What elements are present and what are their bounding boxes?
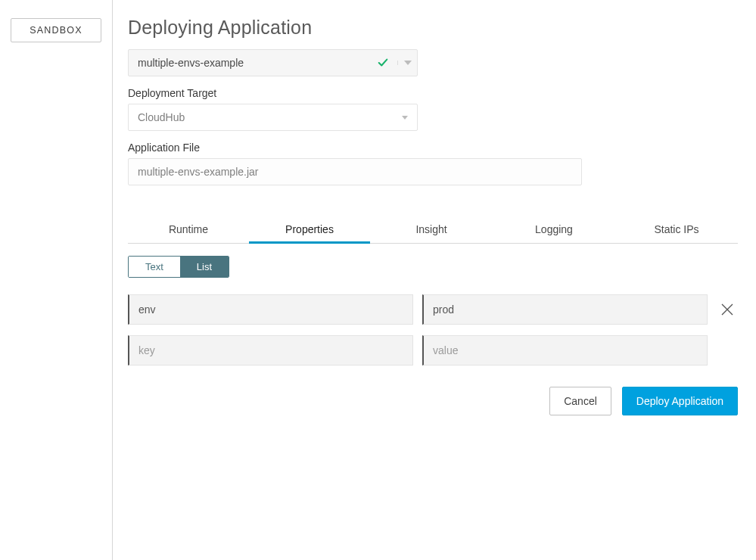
checkmark-icon [378,58,388,68]
tab-logging[interactable]: Logging [493,216,615,244]
tab-runtime[interactable]: Runtime [128,216,249,244]
chevron-down-icon [402,116,408,120]
deployment-target-value: CloudHub [138,111,185,123]
environment-chip[interactable]: SANDBOX [11,18,101,42]
application-select[interactable]: multiple-envs-example [128,49,418,76]
property-value-input[interactable] [422,294,708,325]
deployment-target-label: Deployment Target [128,87,738,99]
view-toggle-list[interactable]: List [180,257,229,277]
close-icon[interactable] [717,299,738,320]
property-key-input[interactable] [128,294,413,325]
tab-properties[interactable]: Properties [249,216,370,244]
application-select-value: multiple-envs-example [138,57,244,69]
chevron-down-icon[interactable] [397,61,417,65]
properties-view-toggle: Text List [128,256,229,278]
property-key-input-new[interactable] [128,335,413,366]
page-title: Deploying Application [128,17,738,39]
action-footer: Cancel Deploy Application [128,387,738,415]
property-row [128,294,738,325]
application-file-label: Application File [128,142,738,154]
property-value-input-new[interactable] [422,335,708,366]
application-file-input[interactable]: multiple-envs-example.jar [128,158,582,185]
sidebar: SANDBOX [0,0,113,560]
tab-static-ips[interactable]: Static IPs [615,216,738,244]
tab-insight[interactable]: Insight [370,216,493,244]
property-row-new [128,335,738,366]
application-file-value: multiple-envs-example.jar [138,166,259,178]
deploy-button[interactable]: Deploy Application [622,387,738,415]
deployment-target-select[interactable]: CloudHub [128,104,418,131]
main-panel: Deploying Application multiple-envs-exam… [113,0,756,560]
cancel-button[interactable]: Cancel [549,387,611,415]
config-tabs: Runtime Properties Insight Logging Stati… [128,216,738,244]
view-toggle-text[interactable]: Text [129,257,180,277]
